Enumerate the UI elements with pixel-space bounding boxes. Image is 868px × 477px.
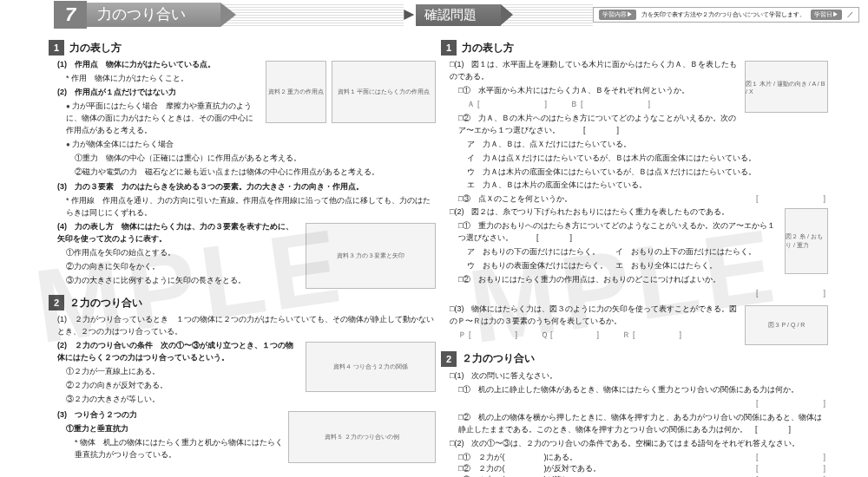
figure-r3: 図３ P / Q / R [745,305,828,345]
list-item: □② おもりにはたらく重力の作用点は、おもりのどこにつければよいか。 [458,274,828,286]
figure-5: 資料５ ２力のつり合いの例 [288,411,436,463]
list-item: 作用線 作用点を通り、力の方向に引いた直線。作用点を作用線に沿って他の点に移して… [66,195,436,219]
figure-2: 資料２ 重力の作用点 [266,61,326,123]
list-item: ウ 力Ａは木片の底面全体にはたらいているが、Ｂは点Ｘだけにはたらいている。 [467,167,828,179]
list-item: エ 力Ａ、Ｂは木片の底面全体にはたらいている。 [467,180,828,192]
answer-blank: [ ] [756,193,828,205]
list-item: □(2) 図２は、糸でつり下げられたおもりにはたらく重力を表したものである。 [450,206,828,219]
figure-1: 資料１ 平面にはたらく力の作用点 [332,61,436,123]
block: 図３ P / Q / R □(3) 物体にはたらく力は、図３のように力の矢印を使… [446,304,828,348]
answer-blank: [ ] [467,288,828,300]
answer-blank: [ ] [756,463,828,474]
list-item: □① 机の上に静止した物体があるとき、物体にはたらく重力とつり合いの関係にある力… [458,384,828,396]
section-title: 力の表し方 [462,41,514,56]
block: 資料５ ２力のつり合いの例 (3) つり合う２つの力 ①重力と垂直抗力 物体 机… [54,409,436,466]
list-item: (1) ２力がつり合っているとき １つの物体に２つの力がはたらいていても、その物… [57,314,436,338]
list-item: □① ２力が( )にある。[ ] [458,452,828,463]
meta-text: 力を矢印で表す方法や２力のつり合いについて学習します。 [641,10,806,19]
list-item: ③２力の大きさが等しい。 [66,394,436,406]
block: 資料３ 力の３要素と矢印 (4) 力の表し方 物体にはたらく力は、力の３要素を表… [54,221,436,291]
block: 図２ 糸 / おもり / 重力 □(2) 図２は、糸でつり下げられたおもりにはた… [446,206,828,302]
list-item: □② ２力の( )が反対である。[ ] [458,463,828,474]
meta-date: ／ [847,10,853,19]
section-head: 1 力の表し方 [441,40,828,56]
page-header: 7 力のつり合い 確認問題 学習内容▶ 力を矢印で表す方法や２力のつり合いについ… [0,0,868,29]
block: 資料４ つり合う２力の関係 (2) ２力のつり合いの条件 次の①〜③が成り立つと… [54,340,436,408]
study-meta-box: 学習内容▶ 力を矢印で表す方法や２力のつり合いについて学習します。 学習日▶ ／ [593,7,859,23]
list-item: □② 机の上の物体を横から押したときに、物体を押す力と、ある力がつり合いの関係に… [458,412,828,436]
list-item: ア おもりの下の面だけにはたらく。 イ おもりの上下の面だけにはたらく。 [467,246,828,258]
list-item: 力が物体全体にはたらく場合 [66,139,436,151]
figure-3: 資料３ 力の３要素と矢印 [306,223,436,289]
list-item: □(2) 次の①〜③は、２力のつり合いの条件である。空欄にあてはまる語句をそれぞ… [450,438,828,450]
block: 図１ 木片 / 運動の向き / A / B / X □(1) 図１は、水平面上を… [446,59,828,205]
block: 資料１ 平面にはたらく力の作用点 資料２ 重力の作用点 (1) 作用点 物体に力… [54,59,436,180]
section-number: 2 [49,295,64,310]
section-number: 1 [49,40,64,56]
list-item: □② 力Ａ、Ｂの木片へのはたらき方についてどのようなことがいえるか。次のア〜エか… [458,113,828,137]
section-head: 2 ２力のつり合い [441,351,828,367]
list-item: ウ おもりの表面全体だけにはたらく。 エ おもり全体にはたらく。 [467,260,828,272]
header-rules [220,3,404,27]
section-number: 1 [441,40,457,56]
list-item: □① 重力のおもりへのはたらき方についてどのようなことがいえるか。次のア〜エから… [458,220,828,245]
section-title: 力の表し方 [69,41,122,56]
chevron-icon [404,10,414,20]
list-item: ②磁力や電気の力 磁石などに最も近い点または物体の中心に作用点があると考える。 [75,167,436,179]
header-rules [501,3,593,27]
list-item: ア 力Ａ、Ｂは、点Ｘだけにはたらいている。 [467,139,828,151]
question-text: □③ ２力の( )が等しい。 [458,474,585,477]
figure-r2: 図２ 糸 / おもり / 重力 [785,208,828,274]
meta-label-content: 学習内容▶ [599,10,636,20]
section-head: 1 力の表し方 [49,40,436,56]
right-column: 1 力の表し方 図１ 木片 / 運動の向き / A / B / X □(1) 図… [446,36,828,477]
list-item: □③ ２力の( )が等しい。[ ] [458,474,828,477]
kakunin-label: 確認問題 [416,4,501,26]
list-item: (3) 力の３要素 力のはたらきを決める３つの要素。力の大きさ・力の向き・作用点… [57,181,436,193]
list-item: イ 力Ａは点Ｘだけにはたらいているが、Ｂは木片の底面全体にはたらいている。 [467,153,828,165]
left-column: 1 力の表し方 資料１ 平面にはたらく力の作用点 資料２ 重力の作用点 (1) … [54,36,436,477]
question-text: □① ２力が( )にある。 [458,452,577,463]
meta-label-date: 学習日▶ [811,10,842,20]
answer-blank: [ ] [467,398,828,410]
question-text: □② ２力の( )が反対である。 [458,463,601,474]
list-item: □(1) 次の問いに答えなさい。 [450,370,828,382]
answer-blank: [ ] [756,474,828,477]
lesson-number: 7 [54,1,87,29]
content-columns: 1 力の表し方 資料１ 平面にはたらく力の作用点 資料２ 重力の作用点 (1) … [0,36,868,477]
list-item: □③ 点Ｘのことを何というか。 [ ] [458,193,828,205]
answer-blank: [ ] [756,452,828,463]
list-item: ①重力 物体の中心（正確には重心）に作用点があると考える。 [75,153,436,165]
section-head: 2 ２力のつり合い [49,295,436,310]
section-title: ２力のつり合い [462,351,535,366]
section-title: ２力のつり合い [69,296,142,310]
section-number: 2 [441,351,457,367]
figure-r1: 図１ 木片 / 運動の向き / A / B / X [745,61,828,113]
question-text: □③ 点Ｘのことを何というか。 [458,193,572,205]
lesson-title: 力のつり合い [87,3,220,27]
figure-4: 資料４ つり合う２力の関係 [306,342,436,392]
kakunin-band: 確認問題 [404,4,501,26]
